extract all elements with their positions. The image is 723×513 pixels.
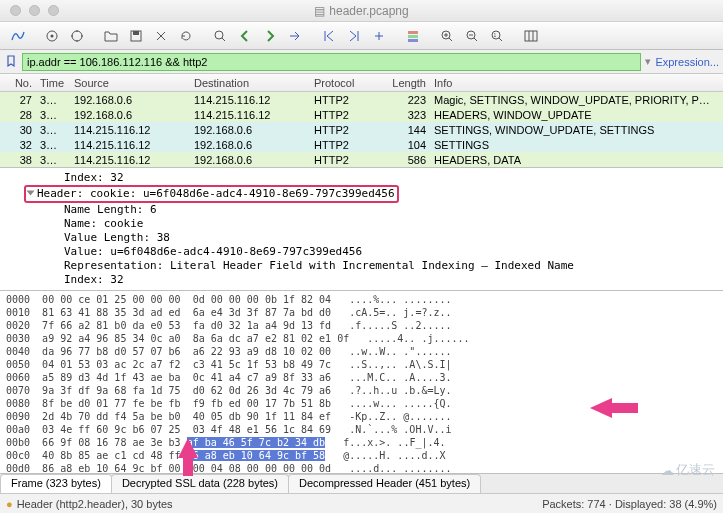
main-toolbar: 1 (0, 22, 723, 50)
close-dot[interactable] (10, 5, 21, 16)
detail-val-len: Value Length: 38 (44, 231, 723, 245)
col-info[interactable]: Info (430, 77, 723, 89)
detail-name-len: Name Length: 6 (44, 203, 723, 217)
packet-row[interactable]: 273…192.168.0.6114.215.116.12HTTP2223Mag… (0, 92, 723, 107)
expression-link[interactable]: Expression... (655, 56, 719, 68)
bookmark-icon[interactable] (4, 54, 18, 70)
jump-icon[interactable] (283, 25, 307, 47)
packet-row[interactable]: 383…114.215.116.12192.168.0.6HTTP2586HEA… (0, 152, 723, 167)
prev-icon[interactable] (233, 25, 257, 47)
zoom-out-icon[interactable] (460, 25, 484, 47)
bytes-tabs: Frame (323 bytes) Decrypted SSL data (22… (0, 473, 723, 493)
packet-row[interactable]: 303…114.215.116.12192.168.0.6HTTP2144SET… (0, 122, 723, 137)
packet-row[interactable]: 323…114.215.116.12192.168.0.6HTTP2104SET… (0, 137, 723, 152)
svg-point-2 (72, 31, 82, 41)
svg-point-5 (215, 31, 223, 39)
col-no[interactable]: No. (0, 77, 36, 89)
go-first-icon[interactable] (317, 25, 341, 47)
zoom-reset-icon[interactable]: 1 (485, 25, 509, 47)
col-proto[interactable]: Protocol (310, 77, 386, 89)
svg-rect-7 (408, 35, 418, 38)
titlebar: ▤ header.pcapng (0, 0, 723, 22)
packet-details[interactable]: Index: 32 Header: cookie: u=6f048d6e-adc… (0, 168, 723, 291)
filter-bar: ▾ Expression... (0, 50, 723, 74)
detail-index: Index: 32 (44, 171, 723, 185)
title-text: header.pcapng (329, 4, 408, 18)
resize-cols-icon[interactable] (519, 25, 543, 47)
svg-point-1 (51, 34, 54, 37)
hex-dump[interactable]: 0000 00 00 ce 01 25 00 00 00 0d 00 00 00… (0, 291, 723, 473)
find-icon[interactable] (208, 25, 232, 47)
zoom-dot[interactable] (48, 5, 59, 16)
col-dst[interactable]: Destination (190, 77, 310, 89)
status-bar: ● Header (http2.header), 30 bytes Packet… (0, 493, 723, 513)
cloud-icon: ☁ (661, 463, 674, 478)
svg-rect-13 (525, 31, 537, 41)
svg-rect-4 (133, 31, 139, 35)
status-right: Packets: 774 · Displayed: 38 (4.9%) (542, 498, 717, 510)
options-icon[interactable] (65, 25, 89, 47)
col-len[interactable]: Length (386, 77, 430, 89)
close-file-icon[interactable] (149, 25, 173, 47)
detail-repr: Representation: Literal Header Field wit… (44, 259, 723, 273)
watermark: ☁ 亿速云 (661, 461, 715, 479)
tab-ssl[interactable]: Decrypted SSL data (228 bytes) (111, 474, 289, 493)
min-dot[interactable] (29, 5, 40, 16)
expand-icon[interactable] (27, 191, 35, 196)
col-src[interactable]: Source (70, 77, 190, 89)
svg-text:1: 1 (494, 32, 497, 38)
window-controls (0, 5, 59, 16)
packet-list-header: No. Time Source Destination Protocol Len… (0, 74, 723, 92)
display-filter-input[interactable] (22, 53, 641, 71)
clear-filter-icon[interactable]: ▾ (645, 55, 651, 68)
tab-decomp[interactable]: Decompressed Header (451 bytes) (288, 474, 481, 493)
zoom-in-icon[interactable] (435, 25, 459, 47)
go-last-icon[interactable] (342, 25, 366, 47)
next-icon[interactable] (258, 25, 282, 47)
tab-frame[interactable]: Frame (323 bytes) (0, 474, 112, 493)
detail-header-highlight: Header: cookie: u=6f048d6e-adc4-4910-8e6… (24, 185, 399, 203)
expert-info-icon[interactable]: ● (6, 498, 13, 510)
detail-value: Value: u=6f048d6e-adc4-4910-8e69-797c399… (44, 245, 723, 259)
reload-icon[interactable] (174, 25, 198, 47)
auto-scroll-icon[interactable] (367, 25, 391, 47)
colorize-icon[interactable] (401, 25, 425, 47)
document-icon: ▤ (314, 4, 325, 18)
interfaces-icon[interactable] (40, 25, 64, 47)
wireshark-logo-icon (6, 25, 30, 47)
detail-name: Name: cookie (44, 217, 723, 231)
col-time[interactable]: Time (36, 77, 70, 89)
svg-rect-6 (408, 31, 418, 34)
detail-index2: Index: 32 (44, 273, 723, 287)
save-icon[interactable] (124, 25, 148, 47)
open-icon[interactable] (99, 25, 123, 47)
packet-row[interactable]: 283…192.168.0.6114.215.116.12HTTP2323HEA… (0, 107, 723, 122)
packet-list: No. Time Source Destination Protocol Len… (0, 74, 723, 168)
svg-rect-8 (408, 39, 418, 42)
status-left: Header (http2.header), 30 bytes (17, 498, 173, 510)
window-title: ▤ header.pcapng (314, 4, 408, 18)
